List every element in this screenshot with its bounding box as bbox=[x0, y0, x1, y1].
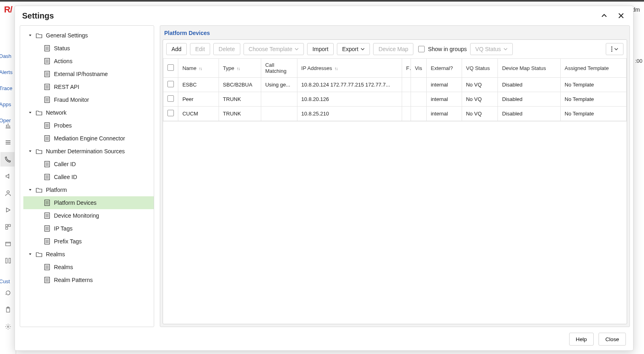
cell-dms: Disabled bbox=[498, 107, 560, 121]
tree-group[interactable]: General Settings bbox=[23, 29, 154, 42]
tree-item-label: External IP/hostname bbox=[54, 71, 108, 77]
col-narrow[interactable]: F bbox=[402, 59, 411, 78]
cell-narrow bbox=[402, 92, 411, 107]
document-icon bbox=[43, 70, 51, 78]
tree-group[interactable]: Network bbox=[23, 106, 154, 119]
tree-item-label: Platform Devices bbox=[54, 200, 97, 206]
delete-button[interactable]: Delete bbox=[213, 43, 240, 55]
row-checkbox[interactable] bbox=[167, 110, 174, 116]
table-row[interactable]: CUCMTRUNK10.8.25.210internalNo VQDisable… bbox=[163, 107, 627, 121]
cell-type: TRUNK bbox=[219, 92, 261, 107]
tree-group-label: Realms bbox=[46, 251, 65, 257]
tree-item-label: Realms bbox=[54, 264, 73, 270]
tree-item[interactable]: Platform Devices bbox=[23, 196, 154, 209]
tree-item[interactable]: Device Monitoring bbox=[23, 209, 154, 222]
document-icon bbox=[43, 238, 51, 245]
table-row[interactable]: ESBCSBC/B2BUAUsing ge...10.8.20.124 172.… bbox=[163, 78, 627, 92]
edit-button[interactable]: Edit bbox=[190, 43, 210, 55]
tree-group[interactable]: Realms bbox=[23, 248, 154, 261]
more-actions-button[interactable] bbox=[606, 43, 623, 55]
col-type[interactable]: Type↑↓ bbox=[219, 59, 261, 78]
caret-down-icon bbox=[28, 111, 32, 115]
select-all-checkbox[interactable] bbox=[167, 64, 174, 71]
tree-item[interactable]: Realms bbox=[23, 261, 154, 274]
tree-item-label: Probes bbox=[54, 122, 72, 129]
document-icon bbox=[43, 122, 51, 129]
help-button[interactable]: Help bbox=[569, 333, 594, 346]
cell-dms: Disabled bbox=[498, 78, 560, 92]
settings-sidebar[interactable]: General SettingsStatusActionsExternal IP… bbox=[20, 25, 154, 327]
close-button[interactable]: Close bbox=[599, 333, 626, 346]
show-in-groups-checkbox[interactable] bbox=[418, 46, 425, 52]
col-assigned-template[interactable]: Assigned Template bbox=[560, 59, 626, 78]
cell-template: No Template bbox=[560, 78, 626, 92]
tree-item[interactable]: REST API bbox=[23, 80, 154, 93]
dialog-title: Settings bbox=[22, 11, 54, 21]
document-icon bbox=[43, 161, 51, 168]
tree-item[interactable]: Status bbox=[23, 42, 154, 55]
tree-item[interactable]: Caller ID bbox=[23, 158, 154, 171]
tree-item-label: Prefix Tags bbox=[54, 238, 82, 245]
tree-item-label: Caller ID bbox=[54, 161, 76, 167]
tree-item[interactable]: Realm Patterns bbox=[23, 274, 154, 286]
collapse-icon[interactable] bbox=[599, 11, 609, 21]
col-name[interactable]: Name↑↓ bbox=[178, 59, 219, 78]
tree-group-label: Platform bbox=[46, 187, 67, 193]
cell-ip: 10.8.25.210 bbox=[297, 107, 402, 121]
col-ip[interactable]: IP Addresses↑↓ bbox=[297, 59, 402, 78]
tree-group-label: General Settings bbox=[46, 32, 88, 39]
cell-vis bbox=[411, 78, 426, 92]
cell-vq: No VQ bbox=[462, 78, 498, 92]
cell-name: CUCM bbox=[178, 107, 219, 121]
row-checkbox[interactable] bbox=[167, 95, 174, 102]
cell-name: Peer bbox=[178, 92, 219, 107]
cell-call-matching bbox=[261, 92, 297, 107]
col-device-map-status[interactable]: Device Map Status bbox=[498, 59, 560, 78]
vq-status-dropdown[interactable]: VQ Status bbox=[470, 43, 513, 55]
caret-down-icon bbox=[28, 33, 32, 37]
device-map-button[interactable]: Device Map bbox=[373, 43, 413, 55]
cell-vis bbox=[411, 107, 426, 121]
tree-group[interactable]: Platform bbox=[23, 183, 154, 196]
svg-point-26 bbox=[611, 49, 613, 50]
choose-template-dropdown[interactable]: Choose Template bbox=[244, 43, 304, 55]
col-call-matching[interactable]: Call Matching bbox=[261, 59, 297, 78]
col-vis[interactable]: Vis bbox=[411, 59, 426, 78]
svg-point-25 bbox=[611, 47, 613, 48]
chevron-down-icon bbox=[295, 47, 299, 51]
tree-group-label: Number Determination Sources bbox=[46, 148, 125, 154]
col-vq-status[interactable]: VQ Status bbox=[462, 59, 498, 78]
tree-item[interactable]: Mediation Engine Connector bbox=[23, 132, 154, 145]
tree-item[interactable]: IP Tags bbox=[23, 222, 154, 235]
tree-item-label: Callee ID bbox=[54, 174, 77, 180]
devices-table: Name↑↓ Type↑↓ Call Matching IP Addresses… bbox=[163, 58, 627, 121]
table-row[interactable]: PeerTRUNK10.8.20.126internalNo VQDisable… bbox=[163, 92, 627, 107]
cell-type: SBC/B2BUA bbox=[219, 78, 261, 92]
folder-icon bbox=[35, 186, 43, 193]
folder-icon bbox=[35, 32, 43, 39]
tree-group-label: Network bbox=[46, 109, 66, 116]
row-checkbox[interactable] bbox=[167, 81, 174, 87]
tree-item[interactable]: Actions bbox=[23, 55, 154, 68]
tree-item[interactable]: Fraud Monitor bbox=[23, 93, 154, 106]
col-external[interactable]: External? bbox=[427, 59, 462, 78]
show-in-groups-label: Show in groups bbox=[428, 46, 467, 52]
cell-template: No Template bbox=[560, 107, 626, 121]
tree-group[interactable]: Number Determination Sources bbox=[23, 145, 154, 158]
settings-dialog: Settings General SettingsStatusActionsEx… bbox=[14, 6, 634, 351]
add-button[interactable]: Add bbox=[166, 43, 187, 55]
cell-vis bbox=[411, 92, 426, 107]
document-icon bbox=[43, 135, 51, 142]
export-dropdown[interactable]: Export bbox=[337, 43, 370, 55]
import-button[interactable]: Import bbox=[307, 43, 334, 55]
tree-item[interactable]: Prefix Tags bbox=[23, 235, 154, 248]
tree-item[interactable]: Probes bbox=[23, 119, 154, 132]
caret-down-icon bbox=[28, 149, 32, 153]
cell-ip: 10.8.20.124 172.77.77.215 172.77.7... bbox=[297, 78, 402, 92]
chevron-down-icon bbox=[504, 47, 508, 51]
close-icon[interactable] bbox=[616, 11, 626, 21]
cell-narrow bbox=[402, 78, 411, 92]
tree-item[interactable]: External IP/hostname bbox=[23, 68, 154, 80]
tree-item[interactable]: Callee ID bbox=[23, 171, 154, 183]
tree-item-label: REST API bbox=[54, 84, 79, 90]
